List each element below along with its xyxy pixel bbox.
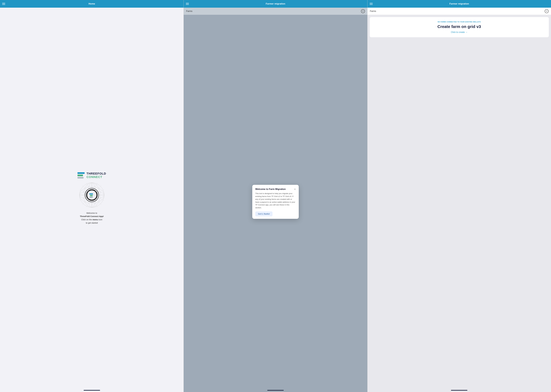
- farms-subheader-3: Farms +: [368, 8, 551, 15]
- farms-subheader: Farms +: [184, 8, 367, 15]
- logo: THREEFOLD CONNECT: [78, 172, 106, 179]
- home-header-title: Home: [88, 2, 95, 5]
- got-it-button[interactable]: Got it, thanks!: [255, 211, 273, 216]
- empty-area: [370, 39, 549, 387]
- logo-bar-blue: [78, 172, 85, 174]
- farms-label-3: Farms: [370, 10, 376, 12]
- farmer-migration-menu-icon[interactable]: [186, 3, 189, 5]
- modal-header: Welcome to Farm Migration ×: [255, 188, 296, 190]
- home-menu-icon[interactable]: [2, 3, 5, 5]
- panel-home: Home THREEFOLD CONNECT: [0, 0, 183, 392]
- logo-threefold: THREEFOLD: [87, 172, 106, 175]
- home-header: Home: [0, 0, 183, 8]
- panel-farmer-migration-modal: Farmer migration Farms + Welcome to Farm…: [183, 0, 367, 392]
- logo-bars: [78, 172, 85, 179]
- modal-body-text: This tool is designed to help you migrat…: [255, 192, 296, 209]
- modal-title: Welcome to Farm Migration: [255, 188, 286, 190]
- logo-connect: CONNECT: [87, 175, 106, 179]
- home-body: THREEFOLD CONNECT: [0, 8, 183, 389]
- add-farm-button[interactable]: +: [361, 9, 365, 13]
- globe-image: [78, 181, 106, 209]
- no-farms-card: NO FARMS CONNECTED TO YOUR EXISTING WALL…: [370, 17, 549, 37]
- no-farms-title: Create farm on grid v3: [373, 24, 545, 29]
- home-indicator-bar: [84, 390, 100, 391]
- no-farms-subtitle: NO FARMS CONNECTED TO YOUR EXISTING WALL…: [373, 21, 545, 23]
- logo-text: THREEFOLD CONNECT: [87, 172, 106, 179]
- farmer-migration-header: Farmer migration: [184, 0, 367, 8]
- add-farm-button-3[interactable]: +: [545, 9, 549, 13]
- farms-body: Welcome to Farm Migration × This tool is…: [184, 15, 367, 389]
- farmer-migration-header-title-3: Farmer migration: [450, 2, 469, 5]
- modal-close-button[interactable]: ×: [294, 188, 296, 190]
- home-indicator-bar-3: [451, 390, 467, 391]
- farms-label: Farms: [186, 10, 192, 12]
- modal-overlay: Welcome to Farm Migration × This tool is…: [184, 15, 367, 389]
- svg-rect-17: [90, 197, 93, 198]
- home-indicator-bar-2: [267, 390, 284, 391]
- logo-bar-green: [78, 175, 83, 176]
- farmer-migration-header-title: Farmer migration: [266, 2, 285, 5]
- panel3-body: NO FARMS CONNECTED TO YOUR EXISTING WALL…: [368, 15, 551, 389]
- farmer-migration-header-3: Farmer migration: [368, 0, 551, 8]
- farm-migration-modal: Welcome to Farm Migration × This tool is…: [252, 185, 299, 219]
- svg-rect-15: [89, 193, 93, 195]
- welcome-text: Welcome to ThreeFold Connect App! Click …: [80, 211, 104, 224]
- svg-rect-16: [90, 195, 93, 196]
- farmer-migration-body: Farms + Welcome to Farm Migration × This…: [184, 8, 367, 389]
- click-to-create-link[interactable]: Click to create: [451, 31, 467, 33]
- farmer-migration-menu-icon-3[interactable]: [370, 3, 373, 5]
- logo-bar-gray: [78, 177, 84, 179]
- panel-farmer-migration-no-farms: Farmer migration Farms + NO FARMS CONNEC…: [368, 0, 551, 392]
